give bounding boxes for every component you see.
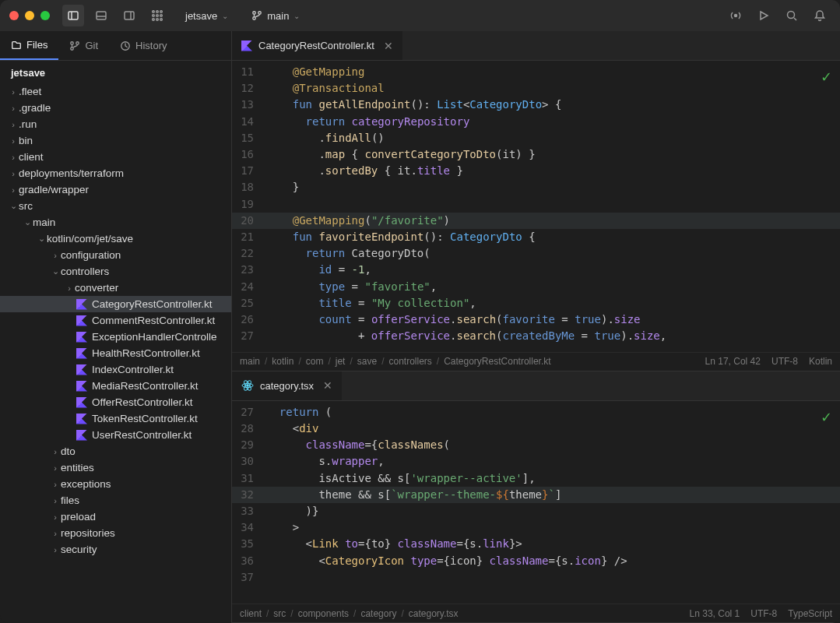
svg-point-15 [253,12,256,15]
tree-item[interactable]: CommentRestController.kt [0,312,231,329]
code-line[interactable]: 22 return CategoryDto( [232,245,840,262]
code-line[interactable]: 27 return ( [232,404,840,421]
editor-tab[interactable]: category.tsx ✕ [232,371,342,400]
code-line[interactable]: 29 className={classNames( [232,437,840,453]
sidebar-tab-git[interactable]: Git [58,31,109,60]
tree-item[interactable]: ›deployments/terraform [0,165,231,181]
bell-icon[interactable] [809,5,831,26]
chevron-icon: › [8,120,19,129]
search-icon[interactable] [781,5,803,26]
code-editor[interactable]: ✓ 27 return (28 <div29 className={classN… [232,401,840,604]
svg-point-24 [76,41,79,44]
tree-item[interactable]: ›.gradle [0,100,231,116]
tree-item[interactable]: ›configuration [0,247,231,263]
tree-item[interactable]: ›entities [0,459,231,476]
tree-item[interactable]: HealthRestController.kt [0,345,231,361]
encoding[interactable]: UTF-8 [771,356,798,367]
breadcrumb[interactable]: main/kotlin/com/jet/save/controllers/Cat… [240,356,551,367]
grid-icon[interactable] [146,5,168,26]
code-line[interactable]: 23 id = -1, [232,262,840,278]
maximize-window-button[interactable] [40,11,50,20]
cursor-position[interactable]: Ln 17, Col 42 [705,356,761,367]
panel-left-icon[interactable] [62,5,84,26]
tree-item[interactable]: ›exceptions [0,476,231,492]
code-line[interactable]: 15 .findAll() [232,130,840,146]
code-line[interactable]: 11 @GetMapping [232,64,840,80]
code-line[interactable]: 21 fun favoriteEndpoint(): CategoryDto { [232,229,840,245]
code-line[interactable]: 33 )} [232,503,840,519]
tree-item[interactable]: ›preload [0,509,231,525]
tree-item-label: exceptions [61,478,111,490]
branch-selector[interactable]: main ⌄ [245,7,306,25]
code-line[interactable]: 30 s.wrapper, [232,453,840,470]
tree-item[interactable]: IndexController.kt [0,361,231,378]
tree-item[interactable]: ›.fleet [0,83,231,100]
close-icon[interactable]: ✕ [384,40,393,52]
project-selector[interactable]: jetsave ⌄ [179,7,234,25]
tree-item[interactable]: TokenRestController.kt [0,410,231,427]
code-line[interactable]: 18 } [232,179,840,195]
code-line[interactable]: 27 + offerService.search(createdByMe = t… [232,328,840,344]
tab-label: CategoryRestController.kt [258,40,374,51]
project-root-label[interactable]: jetsave [0,61,231,83]
sidebar-tab-files[interactable]: Files [0,31,58,60]
tree-item[interactable]: ⌄src [0,198,231,214]
tree-item[interactable]: ⌄kotlin/com/jet/save [0,231,231,247]
close-window-button[interactable] [9,11,19,20]
code-editor[interactable]: ✓ 11 @GetMapping12 @Transactional13 fun … [232,61,840,352]
breadcrumb[interactable]: client/src/components/category/category.… [240,608,459,619]
close-icon[interactable]: ✕ [323,379,332,392]
code-line[interactable]: 36 <CategoryIcon type={icon} className={… [232,553,840,569]
tree-item[interactable]: ⌄controllers [0,263,231,280]
language[interactable]: Kotlin [809,356,832,367]
panel-right-icon[interactable] [118,5,140,26]
tree-item[interactable]: CategoryRestController.kt [0,296,231,312]
code-line[interactable]: 24 type = "favorite", [232,279,840,295]
code-line[interactable]: 34 > [232,519,840,536]
encoding[interactable]: UTF-8 [750,608,777,619]
code-line[interactable]: 14 return categoryRepository [232,114,840,130]
code-line[interactable]: 12 @Transactional [232,80,840,97]
code-line[interactable]: 17 .sortedBy { it.title } [232,163,840,179]
code-line[interactable]: 37 [232,569,840,586]
code-line[interactable]: 20 @GetMapping("/favorite") [232,213,840,229]
tree-item[interactable]: ExceptionHandlerControlle [0,329,231,345]
code-line[interactable]: 26 count = offerService.search(favorite … [232,312,840,328]
tree-item[interactable]: ›.run [0,116,231,132]
tree-item-label: CommentRestController.kt [92,315,215,326]
code-line[interactable]: 25 title = "My collection", [232,295,840,312]
tree-item[interactable]: ›gradle/wrapper [0,181,231,198]
tree-item[interactable]: ›dto [0,443,231,459]
tree-item[interactable]: ›repositories [0,525,231,541]
code-line[interactable]: 28 <div [232,421,840,437]
code-line[interactable]: 16 .map { convertCategoryToDto(it) } [232,146,840,163]
panel-bottom-icon[interactable] [90,5,112,26]
code-line[interactable]: 32 theme && s[`wrapper--theme-${theme}`] [232,487,840,503]
language[interactable]: TypeScript [788,608,832,619]
sidebar-tab-history[interactable]: History [109,31,177,60]
tree-item[interactable]: OfferRestController.kt [0,394,231,410]
tree-item-label: repositories [61,527,115,539]
code-line[interactable]: 19 [232,196,840,213]
tree-item[interactable]: ›client [0,149,231,165]
minimize-window-button[interactable] [25,11,34,20]
tree-item[interactable]: MediaRestController.kt [0,378,231,394]
cursor-position[interactable]: Ln 33, Col 1 [690,608,740,619]
editor-tabrow: CategoryRestController.kt ✕ [232,31,840,61]
code-line[interactable]: 13 fun getAllEndpoint(): List<CategoryDt… [232,97,840,113]
code-line[interactable]: 35 <Link to={to} className={s.link}> [232,536,840,552]
tree-item[interactable]: ⌄main [0,214,231,231]
project-name: jetsave [185,10,217,22]
tree-item[interactable]: UserRestController.kt [0,427,231,443]
editor-tab[interactable]: CategoryRestController.kt ✕ [232,31,402,60]
tree-item[interactable]: ›bin [0,132,231,149]
tree-item[interactable]: ›converter [0,280,231,296]
tree-item[interactable]: ›files [0,492,231,509]
run-icon[interactable] [753,5,775,26]
chevron-icon: ⌄ [22,217,33,227]
tree-item[interactable]: ›security [0,541,231,558]
line-number: 24 [232,279,266,295]
line-number: 11 [232,64,266,80]
broadcast-icon[interactable] [725,5,747,26]
code-line[interactable]: 31 isActive && s['wrapper--active'], [232,470,840,487]
